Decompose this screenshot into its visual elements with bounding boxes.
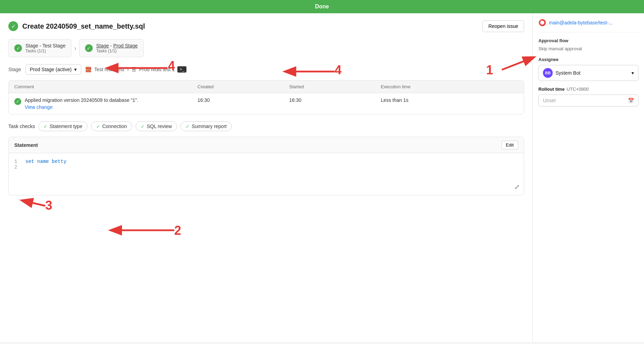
status-text: Done	[315, 3, 329, 9]
db-source: Test redis test	[94, 67, 124, 72]
statement-header: Statement Edit	[9, 137, 524, 153]
approval-flow-value: Skip manual approval	[538, 46, 638, 51]
table-row: ✓ Applied migration version 20240509 to …	[9, 93, 524, 114]
stage-selected-value: Prod Stage (active)	[30, 67, 72, 72]
badge-connection[interactable]: ✓ Connection	[91, 121, 132, 131]
top-bar: Done	[0, 0, 644, 13]
migration-table: Comment Created Started Execution time ✓…	[8, 80, 524, 114]
cell-execution: Less than 1s	[381, 97, 518, 103]
rollout-time-label: Rollout time	[538, 87, 565, 92]
code-line-1: 1 set name betty	[14, 159, 518, 164]
expand-icon[interactable]: ⤢	[514, 183, 520, 191]
task-checks-row: Task checks ✓ Statement type ✓ Connectio…	[8, 121, 524, 131]
line-num-2: 2	[14, 164, 20, 170]
comment-text: Applied migration version 20240509 to da…	[25, 97, 138, 103]
badge-sql-label: SQL review	[147, 124, 172, 129]
code-area: 1 set name betty 2 ⤢	[9, 153, 524, 195]
rollout-time-input[interactable]: Unset 📅	[538, 95, 638, 106]
statement-title: Statement	[14, 142, 38, 148]
arrow-icon: ›	[127, 67, 129, 72]
col-created: Created	[198, 84, 289, 89]
stage-test[interactable]: ✓ Stage - Test Stage Tasks (1/1)	[8, 39, 71, 57]
github-icon: ⭕	[538, 19, 546, 27]
line-num-1: 1	[14, 159, 20, 164]
pipeline-arrow-icon: ›	[71, 45, 79, 52]
stage-prod-tasks: Tasks (1/1)	[96, 48, 138, 53]
cell-created: 16:30	[198, 97, 289, 103]
rollout-time-tz: UTC+0800	[567, 87, 589, 92]
edit-button[interactable]: Edit	[501, 141, 518, 149]
badge-summary-report[interactable]: ✓ Summary report	[181, 121, 232, 131]
col-execution: Execution time	[381, 84, 518, 89]
avatar: BB	[543, 68, 553, 78]
task-checks-label: Task checks	[8, 124, 35, 129]
calendar-icon: 📅	[628, 98, 634, 103]
redis-icon: 🧱	[85, 67, 91, 72]
assignee-title: Assignee	[538, 57, 638, 62]
issue-header: ✓ Create 20240509_set_name_betty.sql Reo…	[8, 20, 524, 32]
col-comment: Comment	[14, 84, 198, 89]
check-icon-statement: ✓	[44, 124, 47, 129]
check-icon-summary: ✓	[186, 124, 190, 129]
badge-connection-label: Connection	[102, 124, 127, 129]
sidebar-repo-row: ⭕ main@adela-bytebase/test-...	[538, 19, 638, 32]
assignee-name: System Bot	[555, 70, 581, 76]
stage-test-check: ✓	[14, 44, 22, 52]
cell-comment: ✓ Applied migration version 20240509 to …	[14, 97, 198, 110]
db-target: Prod redis test 1	[139, 67, 175, 72]
cell-started: 16:30	[289, 97, 381, 103]
terminal-icon: >_	[177, 66, 186, 73]
badge-statement-label: Statement type	[49, 124, 82, 129]
table-header: Comment Created Started Execution time	[9, 81, 524, 93]
stage-selector-row: Stage Prod Stage (active) ▾ 🧱 Test redis…	[8, 64, 524, 75]
sidebar-approval-flow: Approval flow Skip manual approval	[538, 38, 638, 51]
stage-test-tasks: Tasks (1/1)	[25, 48, 66, 53]
view-change-link[interactable]: View change	[25, 104, 138, 110]
badge-summary-label: Summary report	[192, 124, 227, 129]
stage-prod-name: Stage - Prod Stage	[96, 43, 138, 48]
repo-link[interactable]: main@adela-bytebase/test-...	[549, 20, 613, 25]
assignee-row[interactable]: BB System Bot ▾	[538, 65, 638, 81]
row-status-icon: ✓	[14, 98, 21, 105]
reopen-button[interactable]: Reopen issue	[482, 20, 524, 32]
sidebar-assignee: Assignee BB System Bot ▾	[538, 57, 638, 81]
stage-prod-check: ✓	[85, 44, 93, 52]
stage-pipeline: ✓ Stage - Test Stage Tasks (1/1) › ✓ Sta…	[8, 39, 524, 57]
chevron-down-icon-assignee: ▾	[631, 70, 634, 76]
code-line-2: 2	[14, 164, 518, 170]
check-icon-connection: ✓	[96, 124, 100, 129]
stage-selector-label: Stage	[8, 67, 21, 72]
issue-status-icon: ✓	[8, 21, 18, 31]
stage-selector-dropdown[interactable]: Prod Stage (active) ▾	[25, 64, 82, 75]
code-text-1: set name betty	[25, 159, 67, 164]
stage-prod[interactable]: ✓ Stage - Prod Stage Tasks (1/1)	[79, 39, 144, 57]
sidebar-rollout-time: Rollout time UTC+0800 Unset 📅	[538, 87, 638, 106]
check-icon-sql: ✓	[141, 124, 145, 129]
db-icon: 🗄	[131, 67, 136, 72]
approval-flow-title: Approval flow	[538, 38, 638, 43]
rollout-placeholder: Unset	[543, 98, 556, 103]
stage-test-name: Stage - Test Stage	[25, 43, 66, 48]
chevron-down-icon: ▾	[74, 67, 77, 72]
col-started: Started	[289, 84, 381, 89]
issue-title: Create 20240509_set_name_betty.sql	[22, 22, 145, 30]
statement-section: Statement Edit 1 set name betty 2 ⤢	[8, 137, 524, 195]
badge-sql-review[interactable]: ✓ SQL review	[136, 121, 177, 131]
badge-statement-type[interactable]: ✓ Statement type	[38, 121, 87, 131]
db-pipeline-row: 🧱 Test redis test › 🗄 Prod redis test 1 …	[85, 66, 186, 73]
sidebar: ⭕ main@adela-bytebase/test-... Approval …	[532, 13, 644, 342]
